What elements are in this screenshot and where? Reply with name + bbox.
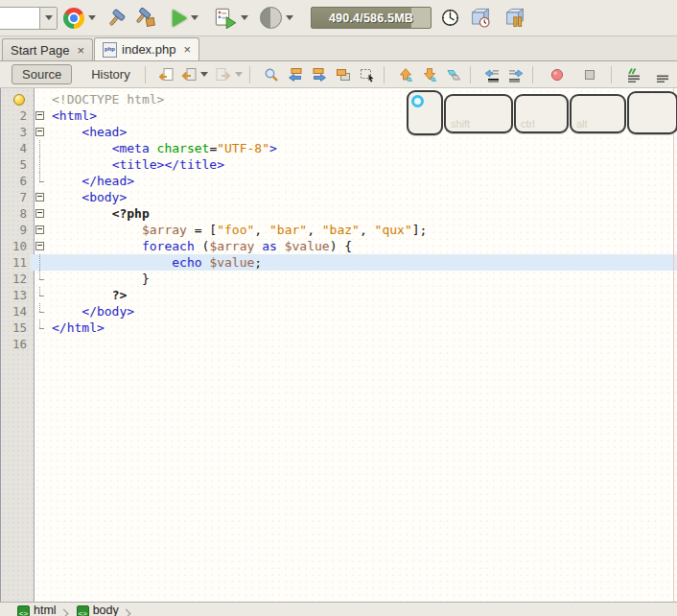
toolbar-separator (532, 66, 533, 83)
code-line[interactable]: 9 $array = ["foo", "bar", "baz", "qux"]; (1, 222, 677, 238)
code-text: echo $value; (52, 255, 262, 270)
breadcrumb-label: body (93, 603, 119, 616)
line-number: 13 (1, 287, 31, 303)
code-line[interactable]: 15</html> (1, 320, 677, 336)
line-number: 3 (1, 124, 31, 140)
stop-macro-recording-button[interactable] (580, 65, 599, 84)
fold-guide (31, 320, 52, 336)
code-text: } (52, 272, 150, 286)
editor-toolbar: Source History (0, 61, 677, 88)
chevron-down-icon[interactable] (191, 15, 198, 20)
forward-button[interactable] (216, 67, 243, 83)
comment-button[interactable] (624, 65, 643, 84)
code-text: <!DOCTYPE html> (52, 92, 164, 107)
combobox-field[interactable] (0, 8, 39, 29)
next-bookmark-button[interactable] (420, 65, 439, 84)
gc-button[interactable] (439, 9, 460, 28)
breadcrumb-html[interactable]: html (17, 603, 67, 616)
close-icon[interactable]: × (183, 43, 191, 56)
chevron-down-icon[interactable] (88, 15, 96, 20)
run-project-button[interactable] (173, 10, 198, 27)
code-line[interactable]: 12 } (1, 271, 677, 287)
find-next-button[interactable] (310, 65, 329, 84)
rectangular-selection-button[interactable] (358, 65, 377, 84)
code-line[interactable]: 14 </body> (1, 303, 677, 320)
hint-bulb-icon[interactable] (1, 91, 31, 107)
fold-guide (31, 303, 52, 320)
chrome-browser-icon[interactable] (63, 8, 84, 29)
memory-indicator[interactable]: 490.4/586.5MB (311, 7, 432, 29)
bookmark-toggle-icon (446, 67, 461, 83)
find-button[interactable] (262, 65, 281, 84)
browser-select[interactable] (63, 8, 96, 29)
fold-collapse-control[interactable] (31, 205, 52, 222)
breadcrumb-body[interactable]: body (77, 603, 129, 616)
configuration-combobox[interactable] (0, 7, 58, 30)
chevron-down-icon[interactable] (286, 15, 293, 20)
code-line[interactable]: 4 <meta charset="UTF-8"> (1, 140, 677, 156)
code-line[interactable]: 11 echo $value; (1, 254, 677, 271)
combobox-dropdown-button[interactable] (39, 8, 57, 29)
db-history-button[interactable] (468, 7, 493, 30)
toolbar-separator (470, 66, 471, 83)
code-line[interactable]: <!DOCTYPE html> (1, 91, 677, 107)
code-text: </head> (52, 174, 134, 188)
history-view-button[interactable]: History (83, 65, 137, 83)
code-text: </body> (52, 304, 134, 319)
last-edit-icon (159, 67, 175, 83)
db-button[interactable] (502, 7, 527, 30)
find-next-icon (312, 67, 327, 83)
fold-collapse-control[interactable] (31, 107, 52, 124)
code-editor[interactable]: <!DOCTYPE html>2<html>3 <head>4 <meta ch… (0, 88, 677, 604)
line-number: 7 (1, 189, 31, 205)
source-view-button[interactable]: Source (12, 64, 72, 84)
fold-collapse-control[interactable] (31, 189, 52, 205)
tab-start-page[interactable]: Start Page × (2, 38, 93, 60)
fold-guide (31, 254, 52, 271)
comment-icon (626, 67, 642, 83)
last-edit-location-button[interactable] (157, 65, 176, 84)
fold-collapse-control[interactable] (31, 238, 52, 254)
code-line[interactable]: 5 <title></title> (1, 156, 677, 173)
build-project-button[interactable] (105, 8, 127, 29)
chevron-down-icon[interactable] (235, 72, 243, 77)
clean-build-project-button[interactable] (132, 7, 157, 30)
code-line[interactable]: 7 <body> (1, 189, 677, 205)
debug-project-button[interactable] (214, 8, 248, 29)
fold-collapse-control[interactable] (31, 222, 52, 238)
fold-collapse-control[interactable] (31, 124, 52, 140)
run-icon (173, 10, 187, 27)
code-line[interactable]: 6 </head> (1, 173, 677, 189)
profile-project-button[interactable] (260, 7, 293, 29)
line-number: 5 (1, 156, 31, 173)
code-text: </html> (52, 320, 105, 335)
find-previous-button[interactable] (286, 65, 305, 84)
code-line[interactable]: 16 (1, 336, 677, 352)
code-line[interactable]: 2<html> (1, 107, 677, 124)
chevron-down-icon[interactable] (200, 72, 208, 77)
close-icon[interactable]: × (77, 44, 84, 57)
shift-line-left-button[interactable] (482, 65, 502, 84)
tab-index-php[interactable]: index.php × (94, 37, 199, 60)
previous-bookmark-button[interactable] (396, 65, 415, 84)
uncomment-button[interactable] (653, 65, 672, 84)
code-text: <title></title> (52, 157, 224, 172)
back-button[interactable] (181, 67, 208, 83)
fold-guide (31, 140, 52, 156)
chevron-down-icon[interactable] (241, 15, 248, 20)
chevron-right-icon (58, 608, 68, 616)
toggle-highlight-search-button[interactable] (334, 65, 353, 84)
profiler-icon (260, 7, 282, 29)
code-line[interactable]: 3 <head> (1, 124, 677, 140)
code-line[interactable]: 13 ?> (1, 287, 677, 303)
stop-icon (582, 67, 597, 83)
code-line[interactable]: 8 <?php (1, 205, 677, 222)
shift-line-right-button[interactable] (506, 65, 525, 84)
start-macro-recording-button[interactable] (548, 65, 567, 84)
line-number: 10 (1, 238, 31, 254)
fold-guide (31, 156, 52, 173)
code-line[interactable]: 10 foreach ($array as $value) { (1, 238, 677, 254)
tab-label: Start Page (11, 43, 69, 58)
toggle-bookmark-button[interactable] (444, 65, 463, 84)
line-number: 6 (1, 173, 31, 189)
